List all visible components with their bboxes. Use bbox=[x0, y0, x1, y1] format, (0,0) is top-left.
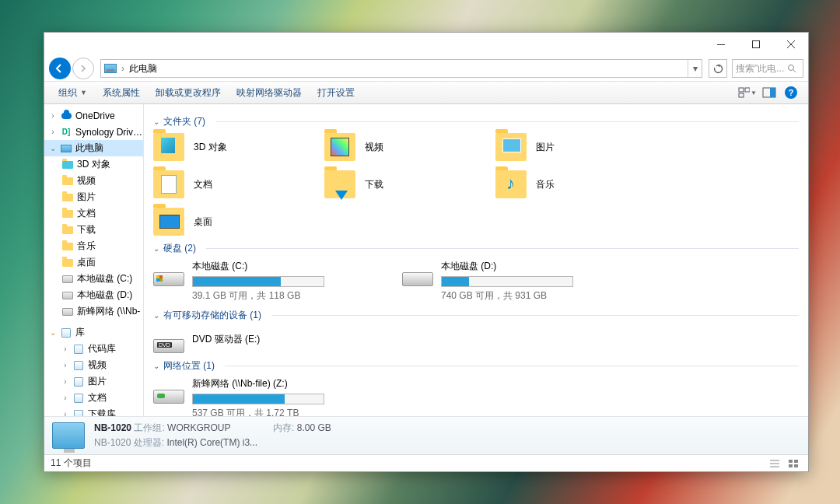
folder-icon bbox=[62, 226, 73, 234]
drive-z[interactable]: 新蜂网络 (\\Nb-file) (Z:) 537 GB 可用，共 1.72 T… bbox=[153, 377, 799, 416]
drive-c[interactable]: 本地磁盘 (C:) 39.1 GB 可用，共 118 GB bbox=[153, 260, 387, 303]
svg-point-2 bbox=[789, 65, 794, 71]
drive-icon bbox=[62, 292, 73, 299]
computer-name: NB-1020 bbox=[94, 422, 131, 433]
folder-videos[interactable]: 视频 bbox=[324, 133, 495, 161]
nav-3d-objects[interactable]: 3D 对象 bbox=[44, 156, 143, 173]
refresh-button[interactable] bbox=[709, 59, 727, 78]
address-bar[interactable]: › 此电脑 ▾ bbox=[100, 59, 702, 78]
nav-network-location[interactable]: 新蜂网络 (\\Nb- bbox=[44, 303, 143, 320]
folder-documents[interactable]: 文档 bbox=[153, 170, 324, 198]
folder-icon bbox=[324, 170, 355, 198]
back-button[interactable] bbox=[49, 58, 71, 79]
folder-icon bbox=[62, 161, 73, 169]
nav-lib-documents[interactable]: ›文档 bbox=[44, 390, 143, 406]
uninstall-programs-button[interactable]: 卸载或更改程序 bbox=[148, 84, 229, 102]
nav-downloads[interactable]: 下载 bbox=[44, 222, 143, 238]
nav-documents[interactable]: 文档 bbox=[44, 205, 143, 222]
svg-rect-5 bbox=[745, 88, 750, 92]
dvd-drive-icon bbox=[153, 339, 184, 353]
map-network-drive-button[interactable]: 映射网络驱动器 bbox=[229, 84, 310, 102]
folder-downloads[interactable]: 下载 bbox=[324, 170, 495, 198]
drive-dvd[interactable]: DVD 驱动器 (E:) bbox=[153, 327, 799, 353]
details-pane: NB-1020 工作组: WORKGROUP 内存: 8.00 GB NB-10… bbox=[44, 416, 808, 454]
details-view-button[interactable] bbox=[766, 457, 783, 470]
drive-icon bbox=[62, 275, 73, 283]
svg-rect-1 bbox=[752, 41, 759, 48]
explorer-window: › 此电脑 ▾ 搜索"此电... 组织▼ 系统属性 卸载或更改程序 映射网络驱动… bbox=[44, 32, 809, 472]
organize-menu[interactable]: 组织▼ bbox=[51, 84, 95, 102]
library-icon bbox=[74, 361, 83, 370]
status-bar: 11 个项目 bbox=[44, 454, 808, 471]
preview-pane-button[interactable] bbox=[760, 85, 779, 100]
search-box[interactable]: 搜索"此电... bbox=[732, 59, 803, 78]
network-drive-icon bbox=[153, 390, 184, 404]
nav-desktop[interactable]: 桌面 bbox=[44, 254, 143, 271]
nav-onedrive[interactable]: ›OneDrive bbox=[44, 107, 143, 124]
minimize-button[interactable] bbox=[703, 33, 738, 56]
folder-music[interactable]: 音乐 bbox=[495, 170, 667, 198]
navigation-bar: › 此电脑 ▾ 搜索"此电... bbox=[44, 56, 808, 81]
group-folders-header[interactable]: ⌄文件夹 (7) bbox=[153, 115, 799, 128]
library-icon bbox=[61, 328, 71, 338]
usage-bar bbox=[192, 276, 324, 287]
nav-music[interactable]: 音乐 bbox=[44, 238, 143, 254]
pc-icon bbox=[61, 145, 72, 152]
library-icon bbox=[74, 410, 83, 417]
maximize-button[interactable] bbox=[738, 33, 773, 56]
cloud-icon bbox=[61, 113, 72, 119]
folder-icon bbox=[62, 210, 73, 218]
synology-icon: D] bbox=[60, 126, 72, 138]
library-icon bbox=[74, 377, 83, 387]
drive-d[interactable]: 本地磁盘 (D:) 740 GB 可用，共 931 GB bbox=[402, 260, 635, 303]
nav-drive-d[interactable]: 本地磁盘 (D:) bbox=[44, 287, 143, 303]
item-count: 11 个项目 bbox=[51, 457, 92, 470]
svg-rect-3 bbox=[739, 88, 744, 92]
folder-icon bbox=[495, 170, 527, 198]
large-icons-view-button[interactable] bbox=[785, 457, 802, 470]
computer-icon bbox=[52, 422, 85, 449]
group-network-header[interactable]: ⌄网络位置 (1) bbox=[153, 359, 799, 373]
nav-videos[interactable]: 视频 bbox=[44, 173, 143, 189]
folder-icon bbox=[62, 194, 73, 201]
nav-drive-c[interactable]: 本地磁盘 (C:) bbox=[44, 271, 143, 287]
folder-3d-objects[interactable]: 3D 对象 bbox=[153, 133, 324, 161]
svg-rect-0 bbox=[717, 44, 725, 45]
system-properties-button[interactable]: 系统属性 bbox=[95, 84, 148, 102]
group-drives-header[interactable]: ⌄硬盘 (2) bbox=[153, 242, 799, 255]
nav-lib-code[interactable]: ›代码库 bbox=[44, 341, 143, 357]
forward-button[interactable] bbox=[72, 58, 94, 79]
help-button[interactable]: ? bbox=[782, 85, 800, 100]
drive-icon bbox=[153, 272, 184, 286]
folder-icon bbox=[62, 243, 73, 250]
usage-bar bbox=[192, 394, 324, 404]
svg-rect-4 bbox=[739, 93, 744, 97]
svg-rect-8 bbox=[789, 460, 793, 463]
nav-this-pc[interactable]: ⌄此电脑 bbox=[44, 140, 143, 156]
folder-pictures[interactable]: 图片 bbox=[495, 133, 667, 161]
nav-pictures[interactable]: 图片 bbox=[44, 189, 143, 205]
folder-icon bbox=[62, 259, 73, 267]
pc-icon bbox=[104, 64, 117, 73]
nav-lib-video[interactable]: ›视频 bbox=[44, 357, 143, 373]
close-button[interactable] bbox=[773, 33, 808, 56]
items-view: ⌄文件夹 (7) 3D 对象 视频 图片 文档 下载 音乐 桌面 ⌄硬盘 (2)… bbox=[144, 104, 808, 416]
svg-rect-7 bbox=[770, 88, 775, 97]
svg-rect-11 bbox=[794, 464, 798, 467]
nav-lib-downloads[interactable]: ›下载库 bbox=[44, 406, 143, 416]
nav-lib-pictures[interactable]: ›图片 bbox=[44, 373, 143, 390]
open-settings-button[interactable]: 打开设置 bbox=[310, 84, 362, 102]
folder-icon bbox=[153, 170, 184, 198]
folder-desktop[interactable]: 桌面 bbox=[153, 208, 324, 236]
navigation-pane: ›OneDrive ›D]Synology Drive · ⌄此电脑 3D 对象… bbox=[44, 104, 144, 416]
usage-bar bbox=[441, 276, 573, 287]
view-options-button[interactable]: ▼ bbox=[738, 85, 757, 100]
svg-rect-10 bbox=[789, 464, 793, 467]
nav-libraries[interactable]: ⌄库 bbox=[44, 324, 143, 341]
search-icon bbox=[787, 64, 796, 73]
folder-icon bbox=[324, 133, 355, 161]
nav-synology[interactable]: ›D]Synology Drive · bbox=[44, 124, 143, 140]
address-text: 此电脑 bbox=[129, 62, 157, 75]
group-removable-header[interactable]: ⌄有可移动存储的设备 (1) bbox=[153, 309, 799, 322]
address-dropdown[interactable]: ▾ bbox=[688, 60, 702, 77]
